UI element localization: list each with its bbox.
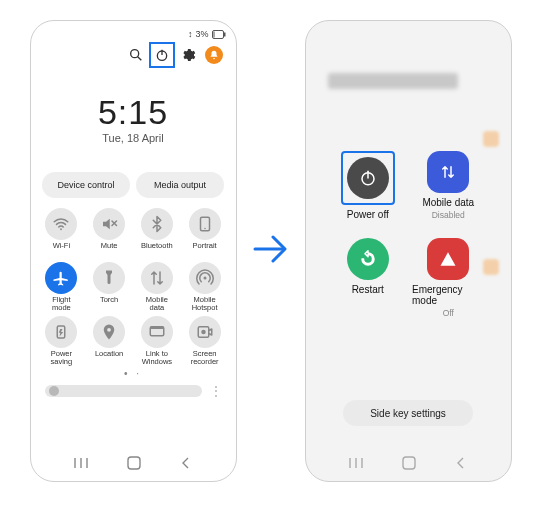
svg-line-4 — [137, 57, 141, 61]
phone-quick-settings: ↕ 3% — [30, 20, 237, 482]
qs-item-flight-mode[interactable]: Flight mode — [39, 262, 85, 312]
search-icon[interactable] — [126, 45, 146, 65]
battery-percent: 3% — [195, 29, 208, 39]
qs-item-power-saving[interactable]: Power saving — [39, 316, 85, 366]
qs-item-mobile-hotspot[interactable]: Mobile Hotspot — [182, 262, 228, 312]
portrait-icon[interactable] — [189, 208, 221, 240]
home-icon[interactable] — [401, 455, 417, 475]
link-icon[interactable] — [141, 316, 173, 348]
svg-rect-16 — [150, 327, 164, 329]
qs-label: Wi-Fi — [53, 242, 71, 258]
qs-label: Mobile data — [146, 296, 168, 312]
qs-label: Bluetooth — [141, 242, 173, 258]
pager-dots: • · — [31, 368, 236, 379]
svg-point-18 — [201, 330, 206, 335]
recents-icon[interactable] — [348, 456, 364, 474]
svg-rect-2 — [213, 31, 214, 37]
qs-label: Location — [95, 350, 123, 366]
qs-item-mobile-data[interactable]: Mobile data — [134, 262, 180, 312]
power-menu-grid: Power offMobile dataDisabledRestartEmerg… — [306, 121, 511, 318]
svg-point-11 — [204, 228, 206, 230]
power-icon[interactable] — [347, 157, 389, 199]
svg-point-7 — [60, 228, 62, 230]
brightness-thumb[interactable] — [49, 386, 59, 396]
qs-item-screen-recorder[interactable]: Screen recorder — [182, 316, 228, 366]
pill-row: Device control Media output — [31, 172, 236, 198]
highlight-box — [341, 151, 395, 205]
clock-date: Tue, 18 April — [31, 132, 236, 144]
qs-item-bluetooth[interactable]: Bluetooth — [134, 208, 180, 258]
top-action-row — [31, 43, 236, 67]
power-item-restart[interactable]: Restart — [332, 238, 405, 318]
power-item-mobile-data[interactable]: Mobile dataDisabled — [412, 151, 485, 220]
power-icon[interactable] — [152, 45, 172, 65]
nav-bar — [306, 455, 511, 475]
power-label: Power off — [347, 209, 389, 220]
phone-power-menu: Power offMobile dataDisabledRestartEmerg… — [305, 20, 512, 482]
power-item-emergency[interactable]: Emergency modeOff — [412, 238, 485, 318]
status-bar: ↕ 3% — [31, 21, 236, 43]
power-label: Mobile data — [422, 197, 474, 208]
side-key-settings-button[interactable]: Side key settings — [343, 400, 473, 426]
qs-label: Power saving — [51, 350, 73, 366]
mobiledata-icon[interactable] — [141, 262, 173, 294]
gear-icon[interactable] — [178, 45, 198, 65]
qs-label: Flight mode — [52, 296, 71, 312]
arrow-icon — [249, 227, 293, 275]
power-sublabel: Off — [443, 308, 454, 318]
brightness-slider[interactable] — [45, 385, 202, 397]
blurred-badge — [483, 131, 499, 147]
brightness-row: ⋮ — [31, 379, 236, 403]
qs-label: Portrait — [193, 242, 217, 258]
svg-rect-31 — [403, 457, 415, 469]
notifications-icon[interactable] — [204, 45, 224, 65]
record-icon[interactable] — [189, 316, 221, 348]
power-label: Restart — [352, 284, 384, 295]
qs-label: Screen recorder — [191, 350, 219, 366]
svg-rect-26 — [448, 258, 450, 263]
torch-icon[interactable] — [93, 262, 125, 294]
powersave-icon[interactable] — [45, 316, 77, 348]
qs-item-link-to-windows[interactable]: Link to Windows — [134, 316, 180, 366]
svg-point-14 — [107, 328, 111, 332]
svg-rect-22 — [128, 457, 140, 469]
location-icon[interactable] — [93, 316, 125, 348]
airplane-icon[interactable] — [45, 262, 77, 294]
more-icon[interactable]: ⋮ — [210, 385, 222, 397]
power-sublabel: Disabled — [432, 210, 465, 220]
svg-point-3 — [130, 50, 138, 58]
wifi-icon[interactable] — [45, 208, 77, 240]
recents-icon[interactable] — [73, 456, 89, 474]
qs-label: Torch — [100, 296, 118, 312]
qs-item-torch[interactable]: Torch — [86, 262, 132, 312]
media-output-button[interactable]: Media output — [136, 172, 224, 198]
svg-point-12 — [203, 277, 206, 280]
qs-label: Mobile Hotspot — [192, 296, 218, 312]
status-bar — [306, 21, 511, 43]
restart-icon[interactable] — [347, 238, 389, 280]
quick-settings-grid: Wi-FiMuteBluetoothPortraitFlight modeTor… — [31, 198, 236, 366]
power-label: Emergency mode — [412, 284, 485, 306]
bluetooth-icon[interactable] — [141, 208, 173, 240]
qs-label: Mute — [101, 242, 118, 258]
back-icon[interactable] — [179, 456, 193, 474]
clock-area: 5:15 Tue, 18 April — [31, 67, 236, 144]
power-item-power-off[interactable]: Power off — [332, 151, 405, 220]
updown-icon[interactable] — [427, 151, 469, 193]
blurred-title — [306, 43, 511, 97]
hotspot-icon[interactable] — [189, 262, 221, 294]
qs-item-wifi[interactable]: Wi-Fi — [39, 208, 85, 258]
clock-time: 5:15 — [31, 93, 236, 132]
home-icon[interactable] — [126, 455, 142, 475]
nav-bar — [31, 455, 236, 475]
qs-item-mute[interactable]: Mute — [86, 208, 132, 258]
qs-label: Link to Windows — [142, 350, 172, 366]
mute-icon[interactable] — [93, 208, 125, 240]
qs-item-portrait[interactable]: Portrait — [182, 208, 228, 258]
battery-icon — [212, 30, 226, 39]
svg-rect-1 — [224, 32, 226, 36]
back-icon[interactable] — [454, 456, 468, 474]
emergency-icon[interactable] — [427, 238, 469, 280]
qs-item-location[interactable]: Location — [86, 316, 132, 366]
device-control-button[interactable]: Device control — [42, 172, 130, 198]
